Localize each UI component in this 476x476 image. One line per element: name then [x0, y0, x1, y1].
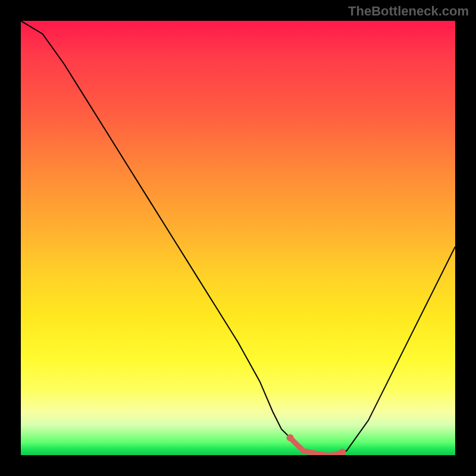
plot-area: [21, 21, 455, 455]
gradient-background: [21, 21, 455, 455]
watermark-text: TheBottleneck.com: [348, 4, 469, 19]
